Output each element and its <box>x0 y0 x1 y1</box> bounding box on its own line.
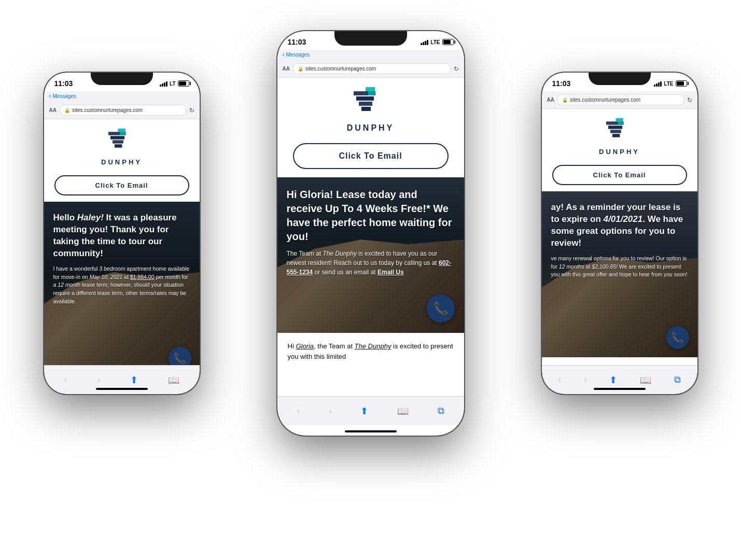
messages-label-center: Messages <box>286 52 310 58</box>
signal-right <box>654 80 662 87</box>
bar3 <box>164 82 165 87</box>
back-btn-center[interactable]: ‹ <box>293 402 303 419</box>
tabs-btn-right[interactable]: ⧉ <box>671 371 684 388</box>
dunphy-logo-center <box>351 86 390 121</box>
svg-rect-13 <box>608 125 622 129</box>
safari-bottom-center: ‹ › ⬆ 📖 ⧉ <box>277 396 464 425</box>
refresh-center[interactable]: ↻ <box>454 65 459 73</box>
aa-right[interactable]: AA <box>547 97 554 103</box>
svg-rect-17 <box>618 121 623 124</box>
share-btn-left[interactable]: ⬆ <box>127 371 141 389</box>
app-content-left: DUNPHY Click To Email Hello Haley! It wa… <box>44 119 200 378</box>
bar1r <box>654 85 655 87</box>
back-chevron-left: ‹ <box>49 92 51 100</box>
call-fab-right[interactable]: 📞 <box>666 326 689 349</box>
svg-rect-16 <box>616 118 623 121</box>
notch-left <box>91 73 153 85</box>
refresh-left[interactable]: ↻ <box>189 107 194 114</box>
hero-right: ay! As a reminder your lease is to expir… <box>542 191 697 357</box>
status-icons-center: LTE <box>421 39 453 45</box>
phone-icon-right: 📞 <box>671 331 684 344</box>
lte-label-center: LTE <box>430 39 440 45</box>
time-right: 11:03 <box>552 79 571 88</box>
messages-bar-center[interactable]: ‹ Messages <box>277 50 464 60</box>
bar2 <box>162 83 163 87</box>
svg-rect-2 <box>113 140 123 143</box>
home-indicator-right <box>594 388 646 390</box>
lte-label-right: LTE <box>664 81 673 87</box>
email-btn-right[interactable]: Click To Email <box>552 165 687 185</box>
refresh-right[interactable]: ↻ <box>687 96 692 104</box>
bar4 <box>166 81 167 87</box>
svg-rect-10 <box>366 87 375 91</box>
aa-left[interactable]: AA <box>49 107 57 113</box>
bar1c <box>421 43 422 45</box>
hero-body-center: The Team at The Dunphy is excited to hav… <box>287 249 455 277</box>
bar4r <box>660 81 662 87</box>
bookmarks-btn-left[interactable]: 📖 <box>165 371 183 389</box>
battery-fill-center <box>443 40 451 44</box>
lock-icon-right: 🔒 <box>562 97 568 103</box>
email-btn-center[interactable]: Click To Email <box>293 143 449 169</box>
notch-center <box>334 31 407 46</box>
signal-center <box>421 39 428 45</box>
battery-fill-right <box>677 81 684 86</box>
svg-rect-9 <box>361 107 371 111</box>
url-box-right[interactable]: 🔒 sites.customnurturepages.com <box>557 94 684 105</box>
bar3c <box>425 41 426 45</box>
lock-icon-center: 🔒 <box>298 66 303 72</box>
hero-text-left: Hello Haley! It was a pleasure meeting y… <box>44 202 200 378</box>
back-chevron-center: ‹ <box>283 51 285 58</box>
svg-rect-15 <box>612 134 620 137</box>
call-fab-center[interactable]: 📞 <box>427 295 455 323</box>
battery-fill-left <box>179 81 186 86</box>
bar1 <box>160 85 161 87</box>
url-text-center: sites.customnurturepages.com <box>305 66 376 72</box>
hero-body-right: ve many renewal options for you to revie… <box>551 255 688 279</box>
forward-btn-center[interactable]: › <box>326 402 335 419</box>
email-btn-left[interactable]: Click To Email <box>54 175 189 195</box>
time-center: 11:03 <box>288 38 306 46</box>
url-box-left[interactable]: 🔒 sites.customnurturepages.com <box>60 105 186 116</box>
forward-btn-right[interactable]: › <box>581 371 590 388</box>
messages-bar-left[interactable]: ‹ Messages <box>44 91 200 102</box>
aa-center[interactable]: AA <box>283 66 290 72</box>
phone-icon-left: 📞 <box>173 352 186 365</box>
bar2c <box>423 42 424 45</box>
hero-headline-left: Hello Haley! It was a pleasure meeting y… <box>53 212 190 260</box>
browser-bar-left: AA 🔒 sites.customnurturepages.com ↻ <box>44 102 200 119</box>
home-indicator-center <box>345 430 397 432</box>
logo-area-center: DUNPHY <box>277 78 464 138</box>
back-btn-right[interactable]: ‹ <box>555 371 564 388</box>
forward-btn-left[interactable]: › <box>94 371 103 388</box>
url-text-right: sites.customnurturepages.com <box>570 97 640 103</box>
time-left: 11:03 <box>54 79 73 88</box>
hero-headline-right: ay! As a reminder your lease is to expir… <box>551 202 688 249</box>
back-btn-left[interactable]: ‹ <box>61 371 70 388</box>
notch-right <box>589 73 651 85</box>
bookmarks-btn-center[interactable]: 📖 <box>394 402 412 420</box>
bar2r <box>656 83 658 87</box>
home-indicator-left <box>96 388 148 390</box>
screen-center: 11:03 LTE ‹ Messages <box>277 31 464 436</box>
battery-left <box>178 80 189 87</box>
status-icons-right: LTE <box>654 80 687 87</box>
bar4c <box>427 40 428 45</box>
battery-right <box>676 80 687 87</box>
share-btn-right[interactable]: ⬆ <box>606 371 620 389</box>
bar3r <box>658 82 660 87</box>
bookmarks-btn-right[interactable]: 📖 <box>637 371 654 389</box>
messages-label-left: Messages <box>53 93 77 99</box>
svg-rect-7 <box>356 96 374 101</box>
phone-left: 11:03 LT ‹ Messages <box>44 73 200 394</box>
share-btn-center[interactable]: ⬆ <box>357 402 371 420</box>
svg-rect-14 <box>610 130 621 133</box>
app-content-right: DUNPHY Click To Email ay! As a reminder … <box>542 109 697 357</box>
hero-left: Hello Haley! It was a pleasure meeting y… <box>44 202 200 378</box>
status-icons-left: LT <box>160 80 189 87</box>
url-text-left: sites.customnurturepages.com <box>72 107 143 113</box>
phone-center: 11:03 LTE ‹ Messages <box>277 31 464 436</box>
hero-body-left: I have a wonderful 3 bedroom apartment h… <box>53 265 190 306</box>
url-box-center[interactable]: 🔒 sites.customnurturepages.com <box>293 63 451 74</box>
tabs-btn-center[interactable]: ⧉ <box>435 402 448 419</box>
